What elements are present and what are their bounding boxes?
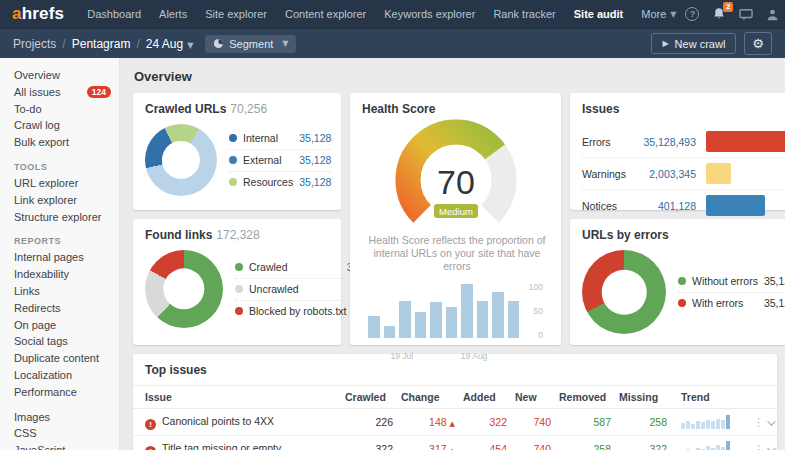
logo-rest: hrefs [22, 4, 65, 23]
nav-item-alerts[interactable]: Alerts [150, 0, 196, 28]
messages-button[interactable] [739, 8, 753, 21]
found-links-title: Found links172,328 [145, 228, 329, 242]
new-crawl-button[interactable]: ▶ New crawl [651, 33, 736, 54]
urls-by-errors-card: URLs by errors Without errors35,128With … [570, 219, 785, 345]
logo-accent: a [12, 4, 22, 23]
breadcrumb-projects[interactable]: Projects [13, 37, 56, 51]
table-row: !Title tag missing or empty322317▲454740… [133, 436, 777, 450]
nav-item-site-explorer[interactable]: Site explorer [196, 0, 276, 28]
sidebar-item-javascript[interactable]: JavaScript [14, 442, 119, 450]
nav-item-site-audit[interactable]: Site audit [565, 0, 633, 28]
notifications-button[interactable]: 2 [712, 7, 726, 21]
new-cell: 740 [511, 409, 555, 436]
nav-item-content-explorer[interactable]: Content explorer [276, 0, 375, 28]
legend-dot [229, 134, 237, 142]
expand-chevron-icon[interactable] [767, 444, 775, 450]
legend-value[interactable]: 35,128 [299, 176, 331, 188]
issue-link[interactable]: Title tag missing or empty [162, 442, 281, 450]
more-actions-icon[interactable]: ⋮ [750, 443, 767, 450]
removed-cell: 587 [555, 409, 615, 436]
sidebar-item-all-issues[interactable]: All issues124 [14, 84, 119, 101]
issues-stat-row: Notices401,128 [582, 189, 785, 221]
legend-item: External35,128 [229, 149, 331, 171]
legend-label: Without errors [692, 275, 758, 287]
legend-item: Resources35,128 [229, 171, 331, 193]
sidebar-item-links[interactable]: Links [14, 283, 119, 300]
sidebar-item-bulk-export[interactable]: Bulk export [14, 134, 119, 151]
sidebar-item-duplicate-content[interactable]: Duplicate content [14, 350, 119, 367]
crawled-urls-title: Crawled URLs70,256 [145, 102, 329, 116]
error-icon: ! [145, 419, 156, 430]
main-content: Overview Crawled URLs70,256 Internal35,1… [120, 58, 785, 450]
help-icon[interactable]: ? [685, 7, 699, 21]
legend-value[interactable]: 35,128 [299, 132, 331, 144]
trend-bar [508, 301, 520, 338]
column-header-new: New [511, 386, 555, 409]
sidebar-item-url-explorer[interactable]: URL explorer [14, 175, 119, 192]
column-header-removed: Removed [555, 386, 615, 409]
sidebar-item-crawl-log[interactable]: Crawl log [14, 117, 119, 134]
column-header-actions [737, 386, 777, 409]
segment-dropdown[interactable]: Segment ▼ [205, 35, 296, 53]
breadcrumb-project-name[interactable]: Pentagram [72, 37, 131, 51]
legend-label: Crawled [249, 261, 341, 273]
sidebar-item-to-do[interactable]: To-do [14, 101, 119, 118]
legend-dot [229, 178, 237, 186]
nav-item-rank-tracker[interactable]: Rank tracker [484, 0, 564, 28]
issue-link[interactable]: Canonical points to 4XX [162, 415, 274, 427]
issues-bar [706, 195, 765, 216]
legend-value[interactable]: 35,128 [299, 154, 331, 166]
sidebar-item-link-explorer[interactable]: Link explorer [14, 192, 119, 209]
issue-cell: !Canonical points to 4XX [133, 409, 341, 436]
sidebar-item-performance[interactable]: Performance [14, 384, 119, 401]
sidebar-item-css[interactable]: CSS [14, 425, 119, 442]
crawled-urls-donut-chart [145, 124, 217, 196]
column-header-missing: Missing [615, 386, 671, 409]
change-up-icon: ▲ [450, 420, 455, 428]
ahrefs-logo[interactable]: ahrefs [12, 4, 64, 24]
issues-stat-label: Errors [582, 136, 634, 148]
trend-bar [384, 326, 396, 338]
account-button[interactable] [766, 8, 779, 21]
trend-bar [461, 284, 473, 338]
sidebar-item-redirects[interactable]: Redirects [14, 300, 119, 317]
sidebar-item-images[interactable]: Images [14, 409, 119, 426]
crawled-urls-total: 70,256 [230, 102, 267, 116]
sidebar-item-social-tags[interactable]: Social tags [14, 333, 119, 350]
page-title: Overview [133, 58, 777, 93]
crawled-cell: 226 [341, 409, 397, 436]
sidebar-item-localization[interactable]: Localization [14, 367, 119, 384]
nav-item-keywords-explorer[interactable]: Keywords explorer [375, 0, 484, 28]
sidebar-item-structure-explorer[interactable]: Structure explorer [14, 209, 119, 226]
legend-label: Resources [243, 176, 293, 188]
y-axis-tick: 100 [529, 282, 543, 292]
crawled-cell: 322 [341, 436, 397, 450]
trend-cell [671, 436, 737, 450]
nav-item-more[interactable]: More▼ [632, 0, 685, 28]
urls-by-errors-legend: Without errors35,128With errors35,128 [678, 271, 785, 314]
crawled-urls-legend: Internal35,128External35,128Resources35,… [229, 128, 331, 193]
settings-button[interactable]: ⚙ [744, 32, 772, 55]
issues-stat-value[interactable]: 35,128,493 [634, 136, 696, 148]
issues-stat-row: Warnings2,003,345 [582, 157, 785, 189]
sidebar-section-reports: REPORTS [14, 236, 119, 246]
sidebar-item-on-page[interactable]: On page [14, 317, 119, 334]
issues-stat-label: Warnings [582, 168, 634, 180]
legend-dot [235, 263, 243, 271]
issues-stat-value[interactable]: 2,003,345 [634, 168, 696, 180]
expand-chevron-icon[interactable] [767, 417, 775, 425]
trend-cell [671, 409, 737, 436]
nav-item-dashboard[interactable]: Dashboard [78, 0, 150, 28]
column-header-change: Change [397, 386, 459, 409]
trend-bar [477, 301, 489, 338]
legend-label: With errors [692, 297, 758, 309]
trend-bar [415, 312, 427, 338]
more-actions-icon[interactable]: ⋮ [750, 416, 767, 429]
crawl-date-dropdown[interactable]: 24 Aug▼ [146, 37, 194, 51]
sidebar-item-overview[interactable]: Overview [14, 67, 119, 84]
issues-stat-value[interactable]: 401,128 [634, 200, 696, 212]
legend-item: Internal35,128 [229, 128, 331, 149]
column-header-added: Added [459, 386, 511, 409]
sidebar-item-indexability[interactable]: Indexability [14, 266, 119, 283]
sidebar-item-internal-pages[interactable]: Internal pages [14, 249, 119, 266]
